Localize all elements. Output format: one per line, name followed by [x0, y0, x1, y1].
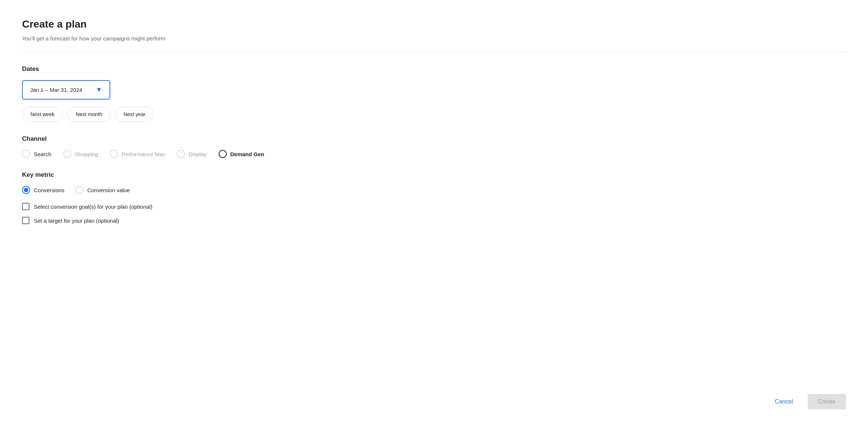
- cancel-button[interactable]: Cancel: [767, 394, 800, 409]
- performance-max-label: Performance Max: [122, 151, 165, 157]
- conversion-goal-label: Select conversion goal(s) for your plan …: [34, 204, 153, 210]
- conversion-value-label: Conversion value: [87, 187, 130, 193]
- page-title: Create a plan: [22, 18, 846, 31]
- demand-gen-label: Demand Gen: [230, 151, 265, 157]
- quick-date-buttons: Next week Next month Next year: [22, 107, 846, 122]
- conversion-goal-checkbox-option[interactable]: Select conversion goal(s) for your plan …: [22, 203, 846, 210]
- channel-section: Channel Search Shopping Performance Max …: [22, 135, 846, 158]
- shopping-label: Shopping: [75, 151, 98, 157]
- conversion-goal-checkbox: [22, 203, 29, 210]
- page-subtitle: You'll get a forecast for how your campa…: [22, 35, 846, 43]
- channel-demand-gen-option[interactable]: Demand Gen: [219, 150, 265, 158]
- dates-section: Dates Jan 1 – Mar 31, 2024 ▼ Next week N…: [22, 65, 846, 122]
- key-metric-section-label: Key metric: [22, 171, 846, 179]
- channel-display-option[interactable]: Display: [177, 150, 207, 158]
- conversion-value-option[interactable]: Conversion value: [75, 186, 130, 194]
- channel-section-label: Channel: [22, 135, 846, 143]
- next-year-button[interactable]: Next year: [115, 107, 154, 122]
- shopping-radio-circle: [63, 150, 71, 158]
- search-radio-circle: [22, 150, 30, 158]
- key-metric-section: Key metric Conversions Conversion value …: [22, 171, 846, 231]
- performance-max-radio-circle: [110, 150, 118, 158]
- display-radio-circle: [177, 150, 185, 158]
- date-range-dropdown[interactable]: Jan 1 – Mar 31, 2024 ▼: [22, 80, 110, 100]
- search-label: Search: [34, 151, 51, 157]
- next-month-button[interactable]: Next month: [67, 107, 111, 122]
- channel-options: Search Shopping Performance Max Display …: [22, 150, 846, 158]
- channel-search-option[interactable]: Search: [22, 150, 51, 158]
- conversions-radio-circle: [22, 186, 30, 194]
- set-target-checkbox-option[interactable]: Set a target for your plan (optional): [22, 217, 846, 224]
- footer-actions: Cancel Create: [767, 394, 846, 409]
- next-week-button[interactable]: Next week: [22, 107, 63, 122]
- channel-shopping-option[interactable]: Shopping: [63, 150, 98, 158]
- conversion-value-radio-circle: [75, 186, 83, 194]
- set-target-label: Set a target for your plan (optional): [34, 218, 119, 224]
- conversions-label: Conversions: [34, 187, 64, 193]
- display-label: Display: [189, 151, 207, 157]
- conversions-option[interactable]: Conversions: [22, 186, 64, 194]
- demand-gen-radio-circle: [219, 150, 227, 158]
- channel-performance-max-option[interactable]: Performance Max: [110, 150, 165, 158]
- dates-section-label: Dates: [22, 65, 846, 73]
- create-button[interactable]: Create: [808, 394, 846, 409]
- divider: [22, 52, 846, 52]
- set-target-checkbox: [22, 217, 29, 224]
- header-section: Create a plan You'll get a forecast for …: [22, 18, 846, 43]
- date-range-value: Jan 1 – Mar 31, 2024: [30, 87, 92, 93]
- dropdown-arrow-icon: ▼: [96, 86, 102, 94]
- key-metric-radio-options: Conversions Conversion value: [22, 186, 846, 194]
